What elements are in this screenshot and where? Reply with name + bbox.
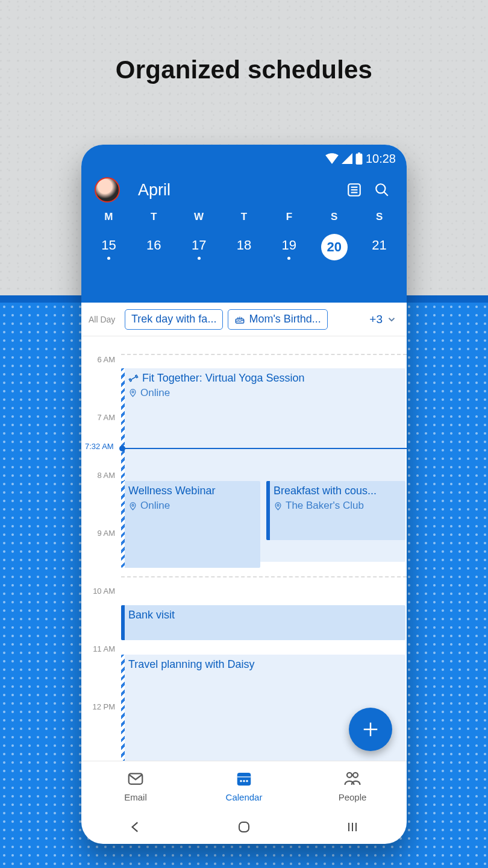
svg-rect-29 [239,822,249,832]
nav-people[interactable]: People [298,761,407,810]
svg-point-26 [246,780,248,782]
all-day-chip[interactable]: Trek day with fa... [125,309,223,330]
hour-label: 11 AM [93,644,115,653]
new-event-fab[interactable] [349,708,392,751]
all-day-more[interactable]: +3 [369,313,399,326]
bottom-nav: EmailCalendarPeople [81,761,407,810]
timeline-divider [121,354,407,355]
svg-point-16 [132,504,134,506]
svg-point-15 [132,391,134,393]
weekday-label: T [131,211,177,223]
timeline-divider [121,576,407,577]
chevron-down-icon [386,314,397,325]
date-cell[interactable]: 17 [177,235,222,271]
svg-point-27 [347,772,352,777]
avatar[interactable] [95,177,120,203]
recents-button[interactable] [328,820,377,834]
search-icon[interactable] [368,176,396,204]
svg-rect-14 [136,375,138,378]
mail-icon [127,770,145,790]
svg-point-6 [376,184,385,193]
date-cell[interactable]: 16 [131,235,177,271]
home-button[interactable] [220,820,268,834]
svg-point-28 [353,772,358,777]
svg-line-7 [384,192,388,196]
date-cell[interactable]: 20 [311,235,357,271]
back-button[interactable] [111,819,160,835]
nav-email[interactable]: Email [81,761,190,810]
promo-title: Organized schedules [0,55,488,84]
svg-rect-0 [358,153,360,154]
weekday-label: W [177,211,222,223]
svg-rect-13 [129,379,131,382]
agenda-view-icon[interactable] [340,176,368,204]
weekday-label: M [86,211,131,223]
cal-icon [235,770,253,790]
svg-point-17 [277,504,279,506]
cell-signal-icon [342,153,352,164]
hour-label: 8 AM [97,471,115,480]
month-label[interactable]: April [138,181,340,200]
date-cell[interactable]: 21 [357,235,402,271]
timeline[interactable]: 6 AM7 AM8 AM9 AM10 AM11 AM12 PM Fit Toge… [81,336,407,770]
location-icon [274,502,283,511]
cake-icon [234,314,245,325]
calendar-event[interactable]: Wellness WebinarOnline [121,481,260,568]
svg-rect-23 [237,776,251,777]
date-cell[interactable]: 15 [86,235,131,271]
weekday-label: S [357,211,402,223]
location-icon [128,388,137,397]
android-nav-bar [81,810,407,844]
nav-calendar[interactable]: Calendar [190,761,298,810]
hour-label: 7 AM [97,413,115,422]
weekday-label: S [311,211,357,223]
phone-frame: 10:28 April MTWTFSS 15161718192021 All D… [81,145,407,844]
calendar-event[interactable]: Bank visit [121,605,405,640]
status-time: 10:28 [366,152,396,166]
battery-icon [355,153,363,165]
weekday-label: F [266,211,311,223]
people-icon [343,770,362,790]
hour-label: 9 AM [97,529,115,538]
all-day-label: All Day [89,315,119,324]
dumbbell-icon [128,373,139,383]
date-cell[interactable]: 18 [222,235,267,271]
weekday-label: T [222,211,267,223]
location-icon [128,502,137,511]
all-day-row: All Day Trek day with fa...Mom's Birthd.… [81,303,407,336]
all-day-chip[interactable]: Mom's Birthd... [228,309,327,330]
hour-label: 6 AM [97,355,115,364]
calendar-event[interactable]: Breakfast with cous...The Baker's Club [266,481,405,540]
svg-rect-1 [355,154,362,165]
calendar-header: 10:28 April MTWTFSS 15161718192021 [81,145,407,303]
hour-label: 12 PM [92,702,115,711]
hour-label: 10 AM [93,587,115,596]
status-bar: 10:28 [81,148,407,169]
svg-point-25 [243,780,245,782]
svg-line-12 [131,376,137,380]
date-cell[interactable]: 19 [266,235,311,271]
wifi-icon [325,153,339,164]
svg-point-24 [240,780,242,782]
